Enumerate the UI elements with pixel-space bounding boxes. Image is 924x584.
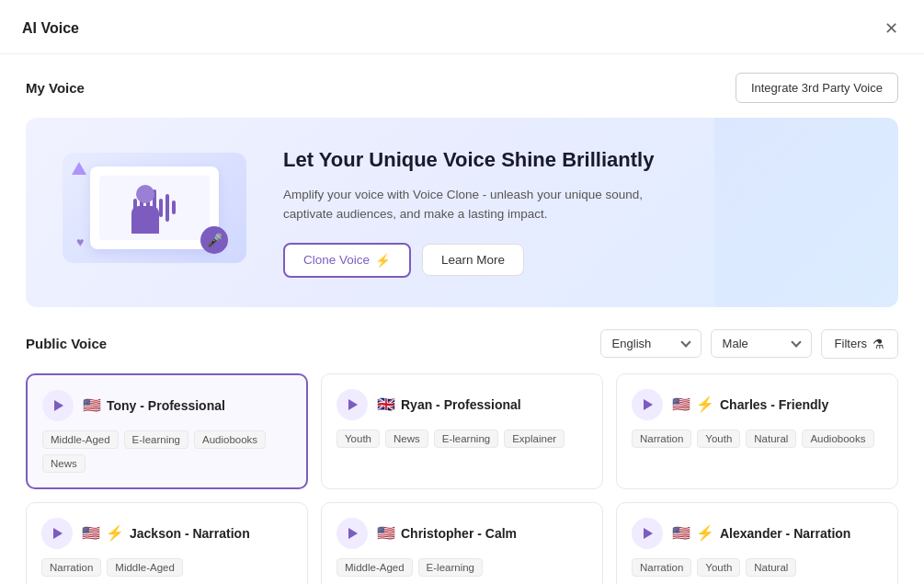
lightning-icon: ⚡: [696, 524, 714, 542]
play-icon: [54, 400, 63, 411]
voice-info: 🇺🇸 ⚡ Alexander - Narration: [672, 524, 850, 542]
wave-bar: [172, 200, 176, 214]
voice-name-row: 🇺🇸 ⚡ Jackson - Narration: [82, 524, 250, 542]
clone-voice-label: Clone Voice: [303, 253, 370, 267]
voice-tag: Audiobooks: [802, 429, 873, 448]
voice-tag: Youth: [337, 429, 380, 448]
gender-filter-label: Male: [723, 337, 748, 350]
play-button[interactable]: [337, 518, 368, 549]
person-head: [136, 185, 154, 203]
filters-button[interactable]: Filters ⚗: [821, 329, 898, 359]
play-button[interactable]: [632, 518, 663, 549]
heart-deco: ♥: [76, 235, 84, 249]
voice-info: 🇺🇸 ⚡ Charles - Friendly: [672, 395, 828, 413]
main-content: My Voice Integrate 3rd Party Voice ♥: [0, 54, 924, 584]
voice-card-header: 🇺🇸 ⚡ Jackson - Narration: [41, 518, 292, 549]
voice-tag: E-learning: [418, 558, 483, 577]
window-header: AI Voice ✕: [0, 0, 924, 54]
hero-description: Amplify your voice with Voice Clone - un…: [283, 185, 669, 224]
voice-card[interactable]: 🇺🇸 Tony - Professional Middle-AgedE-lear…: [26, 373, 308, 489]
voice-card-header: 🇬🇧 Ryan - Professional: [337, 389, 587, 420]
gender-filter[interactable]: Male: [711, 329, 812, 358]
close-button[interactable]: ✕: [881, 15, 902, 42]
voice-tags: Middle-AgedE-learning: [337, 558, 587, 577]
voice-tag: News: [42, 454, 86, 473]
chevron-down-icon: [791, 338, 801, 348]
voice-tag: Middle-Aged: [337, 558, 413, 577]
voice-tag: E-learning: [434, 429, 498, 448]
play-button[interactable]: [41, 518, 73, 549]
voice-tag: Audiobooks: [194, 430, 266, 449]
wave-bar: [165, 194, 169, 222]
play-button[interactable]: [42, 390, 74, 421]
voice-tags: Middle-AgedE-learningAudiobooksNews: [42, 430, 291, 473]
flag-icon: 🇺🇸: [82, 524, 100, 542]
voice-name: Alexander - Narration: [720, 526, 850, 541]
voice-tags: NarrationYouthNaturalAudiobooks: [632, 429, 883, 448]
laptop-illustration: 🎤: [90, 166, 219, 249]
hero-illustration: ♥: [63, 153, 265, 272]
flag-icon: 🇬🇧: [377, 395, 395, 413]
triangle-deco: [72, 162, 86, 175]
flag-icon: 🇺🇸: [377, 524, 395, 542]
voice-card[interactable]: 🇬🇧 Ryan - Professional YouthNewsE-learni…: [321, 373, 603, 489]
window-title: AI Voice: [22, 20, 79, 37]
flag-icon: 🇺🇸: [672, 524, 690, 542]
lightning-icon: ⚡: [696, 395, 714, 413]
voice-card[interactable]: 🇺🇸 ⚡ Alexander - Narration NarrationYout…: [616, 502, 898, 584]
voice-card-header: 🇺🇸 Christopher - Calm: [337, 518, 587, 549]
voice-grid: 🇺🇸 Tony - Professional Middle-AgedE-lear…: [26, 373, 898, 584]
play-button[interactable]: [632, 389, 663, 420]
filter-controls: English Male Filters ⚗: [600, 329, 898, 359]
voice-info: 🇬🇧 Ryan - Professional: [377, 395, 521, 413]
integrate-button[interactable]: Integrate 3rd Party Voice: [736, 73, 898, 103]
play-icon: [348, 528, 358, 539]
screen-illustration: [99, 176, 210, 240]
person-illustration: [127, 185, 164, 235]
my-voice-header: My Voice Integrate 3rd Party Voice: [26, 73, 898, 103]
play-icon: [644, 528, 653, 539]
language-filter-label: English: [612, 337, 652, 350]
play-icon: [348, 399, 358, 410]
voice-tag: Natural: [746, 429, 796, 448]
learn-more-button[interactable]: Learn More: [422, 244, 524, 276]
lightning-icon: ⚡: [106, 524, 124, 542]
clone-voice-button[interactable]: Clone Voice ⚡: [283, 243, 411, 278]
voice-tag: News: [385, 429, 428, 448]
voice-card-header: 🇺🇸 ⚡ Charles - Friendly: [632, 389, 883, 420]
voice-tag: Natural: [746, 558, 796, 577]
hero-bg-decoration: [714, 118, 898, 307]
voice-tag: E-learning: [124, 430, 188, 449]
play-icon: [53, 528, 63, 539]
voice-card[interactable]: 🇺🇸 ⚡ Charles - Friendly NarrationYouthNa…: [616, 373, 898, 489]
chevron-down-icon: [680, 338, 690, 348]
voice-tag: Narration: [41, 558, 101, 577]
voice-tag: Youth: [697, 429, 740, 448]
voice-card[interactable]: 🇺🇸 ⚡ Jackson - Narration NarrationMiddle…: [26, 502, 308, 584]
play-button[interactable]: [337, 389, 368, 420]
voice-card[interactable]: 🇺🇸 Christopher - Calm Middle-AgedE-learn…: [321, 502, 603, 584]
play-icon: [644, 399, 653, 410]
voice-tags: NarrationMiddle-Aged: [41, 558, 292, 577]
filters-label: Filters: [835, 337, 867, 350]
voice-tag: Explainer: [504, 429, 565, 448]
voice-tag: Youth: [697, 558, 740, 577]
voice-card-header: 🇺🇸 ⚡ Alexander - Narration: [632, 518, 883, 549]
lightning-icon: ⚡: [375, 253, 391, 268]
voice-name: Ryan - Professional: [401, 397, 521, 412]
voice-tag: Middle-Aged: [42, 430, 119, 449]
voice-name: Tony - Professional: [107, 398, 225, 413]
voice-name-row: 🇺🇸 ⚡ Charles - Friendly: [672, 395, 828, 413]
voice-info: 🇺🇸 Christopher - Calm: [377, 524, 517, 542]
flag-icon: 🇺🇸: [83, 396, 101, 414]
mic-icon: 🎤: [200, 226, 228, 254]
voice-name: Charles - Friendly: [720, 397, 828, 412]
voice-tag: Narration: [632, 558, 691, 577]
voice-tags: YouthNewsE-learningExplainer: [337, 429, 587, 448]
public-voice-title: Public Voice: [26, 336, 107, 351]
language-filter[interactable]: English: [600, 329, 702, 358]
voice-name-row: 🇺🇸 ⚡ Alexander - Narration: [672, 524, 850, 542]
voice-name: Christopher - Calm: [401, 526, 517, 541]
voice-info: 🇺🇸 Tony - Professional: [83, 396, 225, 414]
flag-icon: 🇺🇸: [672, 395, 690, 413]
